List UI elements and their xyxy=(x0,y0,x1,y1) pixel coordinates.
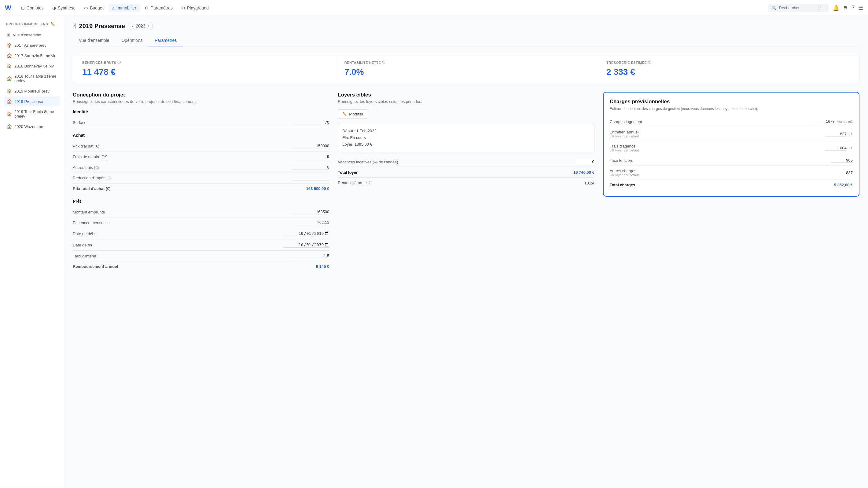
nav-parametres[interactable]: ⚙ Paramètres xyxy=(141,4,176,12)
notifications-icon[interactable]: 🔔 xyxy=(833,5,839,11)
date-debut-input[interactable] xyxy=(283,231,329,236)
building-icon-3: 🏠 xyxy=(7,76,12,81)
building-icon-0: 🏠 xyxy=(7,43,12,47)
sidebar-item-2018-tour-fabia[interactable]: 🏠 2018 Tour Fabia 11eme prelev xyxy=(4,71,60,86)
vacances-locatives-row: Vacances locatives (% de l'année) xyxy=(338,157,594,167)
taxe-fonciere-input[interactable] xyxy=(831,158,853,163)
info-icon-tresorerie[interactable]: ⓘ xyxy=(648,60,652,65)
sidebar-item-2019-pressense[interactable]: 🏠 2019 Pressense xyxy=(4,97,60,106)
taux-interet-input[interactable] xyxy=(292,254,329,258)
montant-emprunte-input[interactable] xyxy=(292,209,329,215)
entretien-annuel-label-wrap: Entretien annuel 5% loyer par défaut xyxy=(610,130,639,138)
vacances-locatives-label: Vacances locatives (% de l'année) xyxy=(338,160,398,164)
flag-icon[interactable]: ⚑ xyxy=(843,5,848,11)
menu-icon[interactable]: ☰ xyxy=(858,5,863,11)
charges-logement-label-wrap: Charges logement xyxy=(610,120,642,124)
form-row-surface: Surface xyxy=(73,117,329,128)
entretien-annuel-input[interactable] xyxy=(825,132,847,136)
sidebar-item-2019-montreuil-label: 2019 Montreuil prev xyxy=(14,89,50,93)
budget-icon: ▭ xyxy=(84,5,88,10)
sidebar-header: Projets immobiliers ✏️ xyxy=(4,22,60,26)
nav-parametres-label: Paramètres xyxy=(151,5,173,10)
vacances-locatives-value xyxy=(576,159,594,164)
conception-section: Conception du projet Renseignez les cara… xyxy=(73,92,329,271)
surface-value xyxy=(292,120,329,125)
frais-agence-input[interactable] xyxy=(825,146,847,151)
achat-section-title: Achat xyxy=(73,133,329,138)
surface-input[interactable] xyxy=(292,120,329,125)
tab-parametres[interactable]: Paramètres xyxy=(149,35,183,46)
autres-charges-sublabel: 5% loyer par défaut xyxy=(610,173,639,177)
autres-frais-label: Autres frais (€) xyxy=(73,165,99,170)
autres-charges-input[interactable] xyxy=(831,170,853,175)
pencil-icon: ✏️ xyxy=(342,112,347,116)
taux-interet-label: Taux d'intérêt xyxy=(73,254,96,258)
info-icon-reduction[interactable]: ⓘ xyxy=(107,176,111,180)
year-navigator: ‹ 2023 › xyxy=(129,22,153,30)
sidebar-item-2019-montreuil[interactable]: 🏠 2019 Montreuil prev xyxy=(4,86,60,96)
form-row-frais-notaire: Frais de notaire (%) xyxy=(73,152,329,162)
tab-operations[interactable]: Opérations xyxy=(115,35,148,46)
total-loyer-row: Total loyer 16 740,00 € xyxy=(338,167,594,178)
search-input[interactable] xyxy=(779,5,816,10)
nav-budget[interactable]: ▭ Budget xyxy=(81,4,107,12)
reduction-impots-input[interactable] xyxy=(292,175,329,181)
nav-synthese[interactable]: ◑ Synthèse xyxy=(49,4,79,12)
remboursement-annuel-label: Remboursement annuel xyxy=(73,264,118,269)
charges-card: Charges prévisionnelles Estimez le monta… xyxy=(603,92,860,197)
sidebar-item-2018-tour-fabia-label: 2018 Tour Fabia 11eme prelev xyxy=(14,74,57,83)
entretien-annuel-label: Entretien annuel xyxy=(610,130,639,134)
sidebar-item-2017-asniere[interactable]: 🏠 2017 Asniere prev xyxy=(4,40,60,50)
autres-frais-input[interactable] xyxy=(292,165,329,170)
main-content: ‹ 2019 Pressense ‹ 2023 › Vue d'ensemble… xyxy=(64,16,868,488)
frais-agence-label-wrap: Frais d'agence 6% loyer par défaut xyxy=(610,144,639,152)
sidebar-item-2019-tour-fabia[interactable]: 🏠 2019 Tour Fabia 8eme prelev xyxy=(4,107,60,121)
prev-year-button[interactable]: ‹ xyxy=(132,24,133,28)
sidebar-item-2019-pressense-label: 2019 Pressense xyxy=(14,99,43,104)
echeance-input[interactable] xyxy=(292,220,329,225)
help-icon[interactable]: ? xyxy=(851,5,855,11)
charges-section: Charges prévisionnelles Estimez le monta… xyxy=(603,92,860,271)
stat-rentabilite-nette: Rentabilité nette ⓘ 7.0% xyxy=(335,54,597,83)
taxe-fonciere-value-area xyxy=(831,158,853,163)
nav-playground[interactable]: ⚙ Playground xyxy=(178,4,212,12)
info-icon-rentabilite-brute[interactable]: ⓘ xyxy=(368,181,371,185)
tab-vue-ensemble[interactable]: Vue d'ensemble xyxy=(73,35,115,46)
search-bar[interactable]: 🔍 / xyxy=(768,4,829,12)
reset-agence-icon[interactable]: ↺ xyxy=(849,146,853,151)
content-grid: Conception du projet Renseignez les cara… xyxy=(73,92,860,271)
stat-tresorerie-value: 2 333 € xyxy=(607,67,850,77)
frais-notaire-input[interactable] xyxy=(292,154,329,159)
vacances-locatives-input[interactable] xyxy=(576,159,594,164)
current-year: 2023 xyxy=(136,24,145,28)
sidebar-item-2017-sarrazin-label: 2017 Sarrazin 5eme vir xyxy=(14,54,55,58)
nav-immobilier[interactable]: ⌂ Immobilier xyxy=(108,4,140,12)
date-fin-input[interactable] xyxy=(283,242,329,248)
nav-comptes[interactable]: ⊞ Comptes xyxy=(18,4,48,12)
sidebar-item-vue-ensemble[interactable]: ⊞ Vue d'ensemble xyxy=(4,30,60,40)
rentabilite-brute-row: Rentabilité brute ⓘ 10.24 xyxy=(338,178,594,188)
edit-icon[interactable]: ✏️ xyxy=(51,22,55,26)
prix-achat-input[interactable] xyxy=(292,143,329,149)
sidebar-item-2018-bonnevay[interactable]: 🏠 2018 Bonnevay 3e plv xyxy=(4,61,60,71)
sidebar-item-2017-sarrazin[interactable]: 🏠 2017 Sarrazin 5eme vir xyxy=(4,51,60,61)
sidebar-item-2020-wazemme[interactable]: 🏠 2020 Wazemme xyxy=(4,122,60,131)
nav-budget-label: Budget xyxy=(90,5,103,10)
modifier-button[interactable]: ✏️ Modifier xyxy=(338,109,368,119)
stat-benefices-label: Bénéfices bruts ⓘ xyxy=(82,60,326,65)
loyers-section: Loyers cibles Renseignez les loyers cibl… xyxy=(338,92,594,271)
back-button[interactable]: ‹ xyxy=(73,23,75,29)
stat-benefices-bruts: Bénéfices bruts ⓘ 11 478 € xyxy=(73,54,335,83)
sidebar-item-2018-bonnevay-label: 2018 Bonnevay 3e plv xyxy=(14,64,54,68)
charges-logement-input[interactable] xyxy=(813,119,835,124)
prix-total-value: 163 500,00 € xyxy=(306,186,329,191)
frais-agence-row: Frais d'agence 6% loyer par défaut ↺ xyxy=(610,141,853,155)
loyer-card: Début : 1 Feb 2022 Fin: En cours Loyer: … xyxy=(338,123,594,152)
info-icon-benefices[interactable]: ⓘ xyxy=(117,60,121,65)
info-icon-rentabilite[interactable]: ⓘ xyxy=(382,60,386,65)
autres-charges-value-area xyxy=(831,170,853,175)
identite-section-title: Identité xyxy=(73,109,329,114)
next-year-button[interactable]: › xyxy=(148,24,150,28)
building-icon-4: 🏠 xyxy=(7,89,12,93)
reset-entretien-icon[interactable]: ↺ xyxy=(849,132,853,136)
